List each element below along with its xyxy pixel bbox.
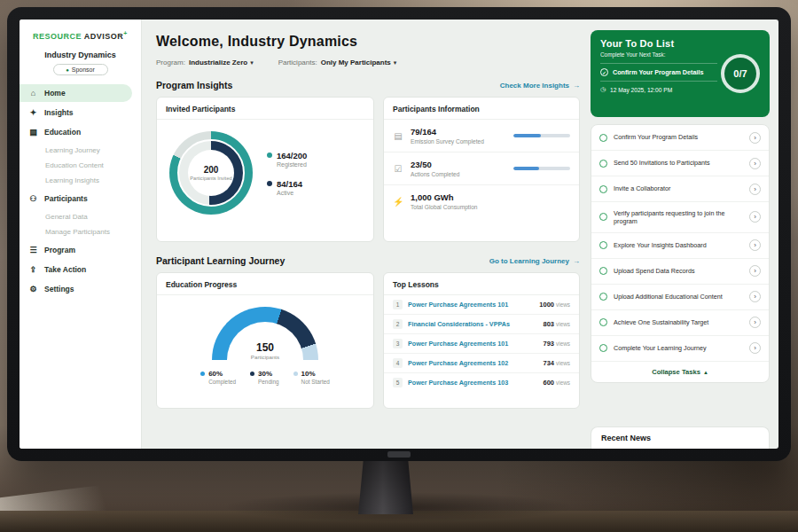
todo-progress-ring: 0/7 — [721, 54, 760, 93]
task-checkbox — [599, 185, 607, 193]
task-row[interactable]: Confirm Your Program Details › — [591, 125, 769, 151]
filter-bar: Program: Industrialize Zero ▾ Participan… — [156, 59, 580, 66]
program-dropdown[interactable]: Program: Industrialize Zero ▾ — [156, 59, 254, 66]
invited-legend: 164/200 Registered 84/164 Active — [267, 151, 307, 196]
go-to-learning-journey-link[interactable]: Go to Learning Journey → — [489, 257, 580, 265]
sidebar-item-label: Settings — [44, 285, 74, 293]
todo-next-task[interactable]: ✓ Confirm Your Program Details — [600, 63, 717, 76]
take-action-icon: ⇪ — [28, 265, 38, 274]
lesson-row[interactable]: 2 Financial Considerations - VPPAs 803vi… — [384, 315, 579, 334]
active-dot — [267, 181, 272, 186]
lesson-link: Financial Considerations - VPPAs — [408, 320, 538, 328]
task-row[interactable]: Explore Your Insights Dashboard › — [591, 233, 769, 259]
sidebar-item-label: Program — [44, 246, 75, 254]
chevron-down-icon: ▾ — [394, 59, 397, 66]
task-checkbox — [599, 293, 607, 301]
sidebar-item-take-action[interactable]: ⇪ Take Action — [20, 261, 132, 278]
page-title: Welcome, Industry Dynamics — [156, 34, 580, 50]
check-icon: ✓ — [600, 68, 608, 76]
recent-news-header[interactable]: Recent News — [591, 426, 770, 449]
lesson-row[interactable]: 4 Power Purchase Agreements 102 734views — [384, 354, 579, 373]
program-value: Industrialize Zero — [189, 59, 247, 66]
task-row[interactable]: Invite a Collaborator › — [591, 176, 769, 202]
sidebar-subitem-manage-participants[interactable]: Manage Participants — [20, 224, 132, 239]
task-row[interactable]: Upload Additional Educational Content › — [591, 285, 769, 310]
task-checkbox — [599, 160, 607, 168]
chevron-right-icon: › — [749, 317, 761, 328]
consumption-icon: ⚡ — [393, 197, 403, 207]
todo-column: Your To Do List Complete Your Next Task:… — [591, 20, 778, 449]
chevron-right-icon: › — [749, 211, 761, 223]
check-more-insights-link[interactable]: Check More Insights → — [500, 82, 580, 90]
app-logo: RESOURCE ADVISOR+ — [20, 30, 141, 41]
registered-dot — [267, 153, 272, 158]
education-legend: 60% Completed 30% Pending — [157, 370, 373, 385]
lesson-link: Power Purchase Agreements 101 — [408, 340, 538, 348]
sidebar-item-education[interactable]: ▤ Education — [20, 123, 132, 141]
legend-active: 84/164 Active — [267, 179, 307, 196]
learning-journey-header: Participant Learning Journey Go to Learn… — [156, 255, 580, 266]
sidebar-item-insights[interactable]: ✦ Insights — [20, 104, 132, 121]
participants-information-card: Participants Information ▤ 79/164 Emissi… — [383, 97, 580, 242]
insights-icon: ✦ — [28, 108, 38, 117]
todo-due-date: ◷ 12 May 2025, 12:00 PM — [600, 81, 717, 93]
logo-text-resource: RESOURCE — [33, 32, 82, 41]
emission-survey-row: ▤ 79/164 Emission Survey Completed — [384, 120, 579, 153]
education-gauge-center: 150 Participants — [212, 341, 318, 360]
sidebar-item-home[interactable]: ⌂ Home — [20, 84, 132, 102]
sidebar-subitem-general-data[interactable]: General Data — [20, 209, 132, 224]
sidebar-subitem-learning-journey[interactable]: Learning Journey — [20, 143, 132, 158]
sidebar-item-label: Participants — [44, 194, 88, 203]
completed-dot — [200, 372, 205, 376]
scene-background: RESOURCE ADVISOR+ Industry Dynamics ● Sp… — [0, 0, 798, 532]
task-row[interactable]: Achieve One Sustainability Target › — [591, 310, 769, 336]
task-checkbox — [599, 241, 607, 249]
task-row[interactable]: Verify participants requesting to join t… — [591, 202, 769, 233]
lesson-row[interactable]: 1 Power Purchase Agreements 101 1000view… — [384, 295, 579, 315]
collapse-tasks-link[interactable]: Collapse Tasks▲ — [591, 362, 769, 382]
card-title: Invited Participants — [157, 98, 373, 120]
section-title: Participant Learning Journey — [156, 255, 285, 266]
task-row[interactable]: Send 50 Invitations to Participants › — [591, 151, 769, 176]
sidebar-item-settings[interactable]: ⚙ Settings — [20, 280, 132, 298]
caret-up-icon: ▲ — [703, 370, 708, 375]
invited-total-label: Participants Invited — [190, 176, 231, 182]
chevron-right-icon: › — [749, 184, 761, 195]
education-icon: ▤ — [28, 128, 38, 137]
main-content: Welcome, Industry Dynamics Program: Indu… — [142, 20, 591, 449]
program-insights-header: Program Insights Check More Insights → — [156, 80, 580, 90]
task-row[interactable]: Complete Your Learning Journey › — [591, 336, 769, 362]
pending-dot — [250, 372, 254, 376]
survey-icon: ▤ — [393, 131, 403, 141]
todo-title: Your To Do List — [600, 38, 760, 49]
task-checkbox — [599, 213, 607, 221]
sidebar-subitem-education-content[interactable]: Education Content — [20, 158, 132, 173]
actions-completed-row: ☑ 23/50 Actions Completed — [384, 153, 579, 185]
chevron-right-icon: › — [749, 132, 761, 144]
chevron-right-icon: › — [749, 342, 761, 354]
program-icon: ☰ — [28, 246, 38, 254]
sidebar-item-participants[interactable]: ⚇ Participants — [20, 190, 132, 207]
insights-cards-row: Invited Participants 200 Participants In… — [156, 97, 580, 242]
lesson-row[interactable]: 3 Power Purchase Agreements 101 793views — [384, 334, 579, 354]
todo-summary-card: Your To Do List Complete Your Next Task:… — [591, 30, 770, 117]
consumption-row: ⚡ 1,000 GWh Total Global Consumption — [384, 185, 579, 217]
actions-progress-bar — [513, 167, 570, 170]
arrow-right-icon: → — [573, 257, 580, 265]
actions-icon: ☑ — [393, 164, 403, 174]
monitor-brand-logo — [387, 451, 411, 458]
monitor-stand — [358, 456, 413, 514]
lesson-link: Power Purchase Agreements 103 — [408, 379, 538, 387]
not-started-dot — [293, 372, 298, 376]
dashboard-screen: RESOURCE ADVISOR+ Industry Dynamics ● Sp… — [20, 20, 778, 449]
sidebar-item-program[interactable]: ☰ Program — [20, 241, 132, 259]
legend-registered: 164/200 Registered — [267, 151, 307, 168]
task-row[interactable]: Upload Spend Data Records › — [591, 259, 769, 285]
sidebar-item-label: Education — [44, 128, 81, 137]
org-name: Industry Dynamics — [20, 51, 141, 59]
lesson-row[interactable]: 5 Power Purchase Agreements 103 600views — [384, 373, 579, 392]
participants-dropdown[interactable]: Participants: Only My Participants ▾ — [278, 59, 397, 66]
task-checkbox — [599, 267, 607, 275]
sidebar-subitem-learning-insights[interactable]: Learning Insights — [20, 173, 132, 188]
sidebar-item-label: Insights — [44, 108, 74, 117]
